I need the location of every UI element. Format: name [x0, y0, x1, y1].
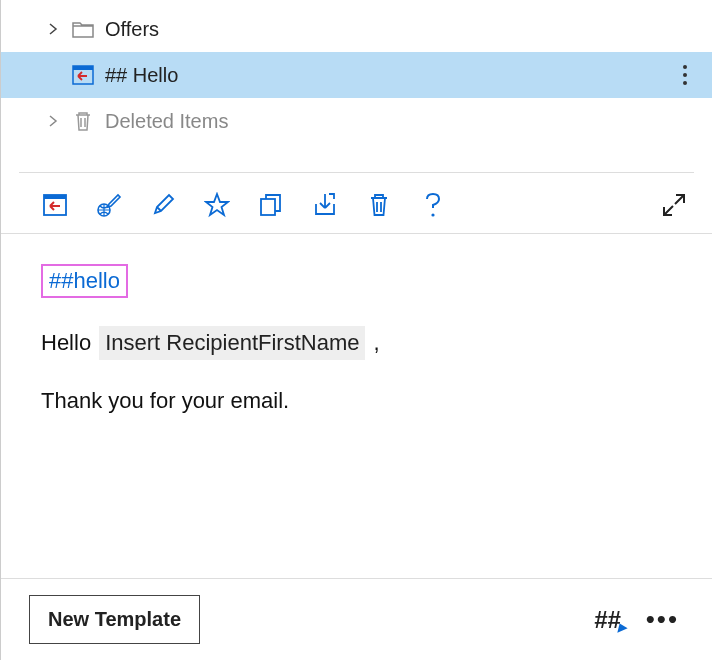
- shortcut-insert-icon[interactable]: ##▶: [594, 606, 626, 634]
- edit-pencil-icon[interactable]: [149, 191, 177, 219]
- greeting-prefix: Hello: [41, 330, 91, 356]
- kebab-menu-icon[interactable]: [674, 64, 696, 86]
- template-body-line2[interactable]: Thank you for your email.: [41, 388, 672, 414]
- delete-icon[interactable]: [365, 191, 393, 219]
- divider: [19, 172, 694, 173]
- editor-toolbar: [1, 177, 712, 234]
- more-menu-icon[interactable]: •••: [640, 604, 685, 635]
- svg-point-3: [683, 73, 687, 77]
- chevron-right-icon: [45, 114, 61, 128]
- shortcut-highlight[interactable]: ##hello: [41, 264, 128, 298]
- tree-item-label: Offers: [105, 18, 696, 41]
- svg-rect-6: [44, 195, 66, 199]
- trash-icon: [71, 110, 95, 132]
- template-body-line1[interactable]: Hello Insert RecipientFirstName ,: [41, 326, 672, 360]
- recipient-firstname-placeholder[interactable]: Insert RecipientFirstName: [99, 326, 365, 360]
- svg-point-4: [683, 81, 687, 85]
- tree-item-offers[interactable]: Offers: [1, 6, 712, 52]
- reply-template-icon: [71, 65, 95, 85]
- new-template-button[interactable]: New Template: [29, 595, 200, 644]
- svg-point-2: [683, 65, 687, 69]
- template-editor: ##hello Hello Insert RecipientFirstName …: [1, 234, 712, 434]
- expand-icon[interactable]: [660, 191, 688, 219]
- import-icon[interactable]: [311, 191, 339, 219]
- tree-item-deleted[interactable]: Deleted Items: [1, 98, 712, 144]
- reply-template-tool[interactable]: [41, 191, 69, 219]
- star-icon[interactable]: [203, 191, 231, 219]
- copy-icon[interactable]: [257, 191, 285, 219]
- tree-item-hello[interactable]: ## Hello: [1, 52, 712, 98]
- tree-item-label: ## Hello: [105, 64, 664, 87]
- tree-item-label: Deleted Items: [105, 110, 696, 133]
- help-icon[interactable]: [419, 191, 447, 219]
- chevron-right-icon: [45, 22, 61, 36]
- svg-point-9: [431, 213, 434, 216]
- svg-rect-8: [261, 199, 275, 215]
- greeting-suffix: ,: [373, 330, 379, 356]
- pen-globe-icon[interactable]: [95, 191, 123, 219]
- template-tree: Offers ## Hello Deleted Items: [1, 0, 712, 144]
- folder-icon: [71, 20, 95, 38]
- svg-rect-1: [73, 66, 93, 70]
- footer-bar: New Template ##▶ •••: [1, 578, 712, 660]
